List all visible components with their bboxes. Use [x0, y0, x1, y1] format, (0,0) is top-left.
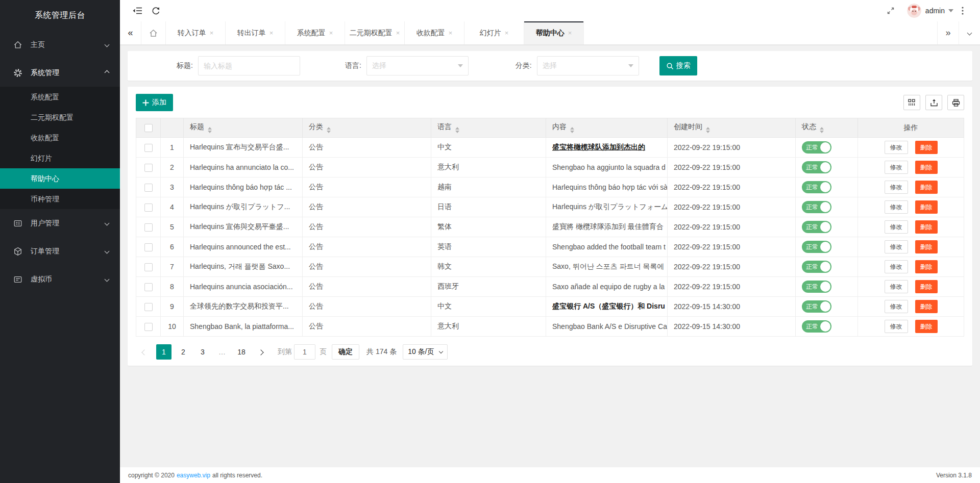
close-icon[interactable]: ×	[568, 29, 572, 37]
edit-button[interactable]: 修改	[885, 161, 908, 174]
page-button[interactable]: 2	[176, 344, 191, 360]
row-checkbox[interactable]	[144, 164, 153, 172]
goto-page-input[interactable]	[294, 344, 315, 360]
prev-page-button[interactable]	[137, 344, 152, 360]
sidebar-subitem[interactable]: 收款配置	[0, 128, 120, 148]
sidebar-subitem[interactable]: 幻灯片	[0, 148, 120, 168]
tab-7[interactable]: 帮助中心×	[524, 21, 584, 44]
sidebar-item-virtual[interactable]: 虚拟币	[0, 265, 120, 293]
row-checkbox[interactable]	[144, 263, 153, 271]
status-toggle[interactable]: 正常	[802, 261, 831, 273]
delete-button[interactable]: 删除	[915, 320, 938, 333]
close-icon[interactable]: ×	[270, 29, 274, 37]
sidebar-item-users[interactable]: 用户管理	[0, 209, 120, 237]
edit-button[interactable]: 修改	[885, 181, 908, 194]
sidebar-subitem[interactable]: 二元期权配置	[0, 107, 120, 128]
sidebar-subitem[interactable]: 系统配置	[0, 87, 120, 107]
user-menu[interactable]: admin	[925, 7, 953, 15]
select-all-checkbox[interactable]	[144, 124, 153, 132]
tab-4[interactable]: 二元期权配置×	[345, 21, 405, 44]
status-toggle[interactable]: 正常	[802, 221, 831, 233]
page-button[interactable]: 3	[195, 344, 210, 360]
row-checkbox[interactable]	[144, 283, 153, 291]
tab-2[interactable]: 转出订单×	[226, 21, 285, 44]
page-button[interactable]: 18	[234, 344, 249, 360]
status-toggle[interactable]: 正常	[802, 141, 831, 154]
close-icon[interactable]: ×	[329, 29, 333, 37]
sidebar-item-orders[interactable]: 订单管理	[0, 237, 120, 265]
delete-button[interactable]: 删除	[915, 300, 938, 313]
tab-5[interactable]: 收款配置×	[405, 21, 464, 44]
delete-button[interactable]: 删除	[915, 200, 938, 214]
category-select[interactable]: 选择	[537, 56, 639, 75]
sidebar-item-system[interactable]: 系统管理	[0, 59, 120, 87]
row-checkbox[interactable]	[144, 144, 153, 152]
tab-3[interactable]: 系统配置×	[285, 21, 345, 44]
per-page-select[interactable]: 10 条/页	[403, 344, 447, 360]
more-menu-icon[interactable]	[953, 0, 972, 21]
tabs-menu-button[interactable]	[959, 21, 980, 44]
title-input[interactable]	[198, 56, 300, 75]
delete-button[interactable]: 删除	[915, 141, 938, 154]
tab-6[interactable]: 幻灯片×	[464, 21, 524, 44]
edit-button[interactable]: 修改	[885, 240, 908, 253]
delete-button[interactable]: 删除	[915, 161, 938, 174]
edit-button[interactable]: 修改	[885, 220, 908, 234]
collapse-sidebar-icon[interactable]	[128, 0, 146, 21]
close-icon[interactable]: ×	[505, 29, 509, 37]
edit-button[interactable]: 修改	[885, 320, 908, 333]
columns-filter-button[interactable]	[903, 95, 920, 110]
delete-button[interactable]: 删除	[915, 240, 938, 253]
sort-control[interactable]	[455, 127, 459, 133]
row-checkbox[interactable]	[144, 303, 153, 311]
easyweb-link[interactable]: easyweb.vip	[177, 472, 210, 479]
tabs-scroll-right-button[interactable]: »	[937, 21, 959, 44]
sort-control[interactable]	[208, 127, 212, 133]
page-button[interactable]: 1	[156, 344, 172, 360]
print-button[interactable]	[947, 95, 964, 110]
language-select[interactable]: 选择	[366, 56, 469, 75]
sort-control[interactable]	[570, 127, 574, 133]
status-toggle[interactable]: 正常	[802, 201, 831, 213]
close-icon[interactable]: ×	[449, 29, 453, 37]
delete-button[interactable]: 删除	[915, 280, 938, 293]
tabs-scroll-left-button[interactable]: «	[120, 21, 141, 44]
status-toggle[interactable]: 正常	[802, 320, 831, 333]
search-button[interactable]: 搜索	[659, 56, 697, 75]
sidebar-subitem[interactable]: 帮助中心	[0, 168, 120, 189]
sort-control[interactable]	[327, 127, 331, 133]
status-toggle[interactable]: 正常	[802, 241, 831, 253]
edit-button[interactable]: 修改	[885, 141, 908, 154]
close-icon[interactable]: ×	[210, 29, 214, 37]
tab-1[interactable]: 转入订单×	[166, 21, 226, 44]
status-toggle[interactable]: 正常	[802, 300, 831, 313]
refresh-icon[interactable]	[146, 0, 165, 21]
export-button[interactable]	[925, 95, 942, 110]
row-checkbox[interactable]	[144, 223, 153, 232]
add-button[interactable]: 添加	[136, 94, 173, 111]
confirm-button[interactable]: 确定	[332, 344, 359, 360]
delete-button[interactable]: 删除	[915, 220, 938, 234]
avatar[interactable]	[907, 4, 921, 18]
row-checkbox[interactable]	[144, 243, 153, 251]
sort-control[interactable]	[706, 127, 710, 133]
delete-button[interactable]: 删除	[915, 260, 938, 273]
next-page-button[interactable]	[253, 344, 268, 360]
status-toggle[interactable]: 正常	[802, 161, 831, 173]
status-toggle[interactable]: 正常	[802, 181, 831, 193]
status-toggle[interactable]: 正常	[802, 281, 831, 293]
tab-home[interactable]	[141, 21, 166, 44]
edit-button[interactable]: 修改	[885, 300, 908, 313]
row-checkbox[interactable]	[144, 184, 153, 192]
sidebar-item-home[interactable]: 主页	[0, 31, 120, 59]
fullscreen-icon[interactable]	[881, 0, 900, 21]
edit-button[interactable]: 修改	[885, 200, 908, 214]
edit-button[interactable]: 修改	[885, 260, 908, 273]
sidebar-subitem[interactable]: 币种管理	[0, 189, 120, 209]
sort-control[interactable]	[820, 127, 824, 133]
delete-button[interactable]: 删除	[915, 181, 938, 194]
close-icon[interactable]: ×	[396, 29, 400, 37]
row-checkbox[interactable]	[144, 323, 153, 331]
row-checkbox[interactable]	[144, 204, 153, 212]
edit-button[interactable]: 修改	[885, 280, 908, 293]
